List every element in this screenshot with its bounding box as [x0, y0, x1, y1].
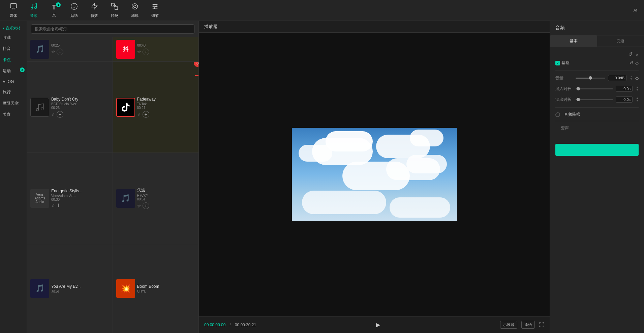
- fav-btn-3[interactable]: ☆: [51, 203, 55, 208]
- right-panel-title: 音频: [555, 25, 565, 30]
- volume-value-input[interactable]: [608, 75, 626, 81]
- total-time: 00:00:20:21: [235, 323, 256, 327]
- music-item-2[interactable]: Fadeaway TikTok 00:21 ☆ + 3: [113, 62, 199, 153]
- toolbar-sticker[interactable]: 贴纸: [64, 1, 84, 20]
- reset-btn[interactable]: ⬦: [635, 51, 639, 57]
- fadeout-value-input[interactable]: [616, 96, 633, 103]
- apply-section: [550, 141, 644, 159]
- tab-basic[interactable]: 基本: [550, 35, 597, 47]
- sidebar-item-sport[interactable]: 运动 2: [0, 65, 27, 77]
- toolbar-transition-label: 转场: [111, 13, 118, 18]
- right-panel: 音频 基本 变速 ↺ ⬦ ✓ 基础 ↺ ◇ 音: [550, 21, 644, 333]
- add-btn-douyin[interactable]: +: [143, 49, 149, 55]
- player-header: 播放器: [199, 21, 550, 33]
- music-item-5[interactable]: 🎵 You Are My Ev... Jiaye: [27, 244, 113, 333]
- add-btn-2[interactable]: +: [143, 111, 149, 118]
- music-item-douyin[interactable]: 抖 00:43 ☆ +: [113, 37, 198, 62]
- fav-btn-prev1[interactable]: ☆: [51, 49, 55, 55]
- svg-point-14: [153, 4, 155, 5]
- tab-speed[interactable]: 变速: [597, 35, 644, 47]
- toolbar-effects[interactable]: 特效: [84, 1, 104, 20]
- toolbar-text-label: 文: [52, 12, 56, 18]
- music-thumb-5: 🎵: [30, 279, 49, 298]
- fadeout-slider-track[interactable]: [576, 99, 613, 100]
- volume-slider-track[interactable]: [576, 78, 605, 79]
- toolbar-filter[interactable]: 滤镜: [125, 1, 145, 20]
- volume-slider-fill: [576, 78, 590, 79]
- fav-btn-1[interactable]: ☆: [51, 111, 55, 118]
- fullscreen-btn[interactable]: ⛶: [539, 322, 544, 328]
- search-input[interactable]: [31, 24, 194, 34]
- play-button[interactable]: ▶: [373, 320, 383, 330]
- dl-btn-3[interactable]: ⬇: [57, 203, 60, 208]
- waveform-btn[interactable]: 示波器: [500, 321, 517, 329]
- volume-control: ▲ ▼ ◇: [576, 75, 639, 81]
- fadeout-label: 淡出时长: [555, 97, 576, 103]
- text-badge: 1: [56, 2, 61, 7]
- add-btn-1[interactable]: +: [57, 111, 63, 118]
- player-area: 播放器 00:00:00.00 / 00:00:20:21: [199, 21, 550, 333]
- music-item-6[interactable]: 💥 Boom Boom CHYL: [113, 244, 199, 333]
- fadeout-down-btn[interactable]: ▼: [636, 100, 639, 102]
- music-info-douyin: 00:43 ☆ +: [135, 44, 195, 55]
- music-item-1[interactable]: Baby Don't Cry BCD Studio 9ver 00:26 ☆ +: [27, 62, 113, 153]
- sidebar-item-card[interactable]: 卡点: [0, 54, 27, 65]
- sidebar-item-douyin[interactable]: 抖音: [0, 43, 27, 54]
- basic-reset-btn[interactable]: ◇: [635, 60, 639, 65]
- sidebar-item-travel[interactable]: 旅行: [0, 87, 27, 98]
- toolbar-media[interactable]: 媒体: [3, 1, 24, 20]
- basic-undo-btn[interactable]: ↺: [630, 60, 633, 65]
- content-panel: 🎵 00:25 ☆ + 抖 00:43 ☆ +: [27, 21, 199, 333]
- toolbar-text[interactable]: T 文 1: [44, 1, 64, 20]
- music-thumb-4: 🎵: [116, 189, 135, 208]
- sidebar-item-vlog[interactable]: VLOG: [0, 77, 27, 87]
- add-btn-4[interactable]: +: [143, 202, 149, 209]
- fadein-slider-thumb[interactable]: [577, 87, 580, 90]
- svg-rect-0: [10, 3, 17, 8]
- basic-checkbox[interactable]: ✓: [555, 61, 560, 65]
- fadein-control: ▲ ▼: [576, 86, 639, 92]
- add-btn-prev1[interactable]: +: [57, 49, 63, 55]
- sidebar-item-city[interactable]: 摩登天空: [0, 98, 27, 109]
- music-item-3[interactable]: Vens Adams Audio Energetic Stylis... Ven…: [27, 153, 113, 245]
- arrow3-indicator: [192, 69, 198, 82]
- fav-btn-douyin[interactable]: ☆: [137, 49, 141, 55]
- volume-reset-btn[interactable]: ◇: [635, 76, 639, 81]
- noise-row: 音频降噪: [555, 112, 639, 117]
- original-btn[interactable]: 原始: [521, 321, 535, 329]
- volume-row: 音量 ▲ ▼ ◇: [555, 75, 639, 81]
- svg-point-17: [36, 108, 39, 111]
- undo-btn[interactable]: ↺: [628, 51, 633, 57]
- music-thumb-douyin: 抖: [116, 40, 135, 59]
- sidebar-item-favorites[interactable]: 收藏: [0, 32, 27, 43]
- music-thumb-6: 💥: [116, 279, 135, 298]
- fadein-value-input[interactable]: [616, 86, 633, 92]
- fav-btn-4[interactable]: ☆: [137, 202, 141, 209]
- fadein-down-btn[interactable]: ▼: [636, 89, 639, 91]
- music-item-prev1[interactable]: 🎵 00:25 ☆ +: [27, 37, 113, 62]
- volume-slider-thumb[interactable]: [589, 76, 592, 80]
- time-separator: /: [229, 323, 231, 327]
- fadeout-row: 淡出时长 ▲ ▼: [555, 96, 639, 103]
- noise-checkbox[interactable]: [555, 112, 560, 117]
- music-info-4: 失波 R7CKY 00:51 ☆ +: [135, 187, 195, 209]
- fadeout-slider-thumb[interactable]: [577, 98, 580, 101]
- music-item-4[interactable]: 🎵 失波 R7CKY 00:51 ☆ +: [113, 153, 199, 245]
- volume-label: 音量: [555, 75, 576, 81]
- fadein-slider-track[interactable]: [576, 88, 613, 89]
- toolbar-audio[interactable]: 音频: [24, 1, 44, 20]
- toolbar-adjust[interactable]: 调节: [145, 1, 165, 20]
- music-info-5: You Are My Ev... Jiaye: [49, 284, 109, 293]
- sidebar-section-header: 音乐素材: [0, 24, 27, 32]
- toolbar-filter-label: 滤镜: [131, 13, 139, 18]
- volume-down-btn[interactable]: ▼: [630, 78, 633, 81]
- basic-section-label: 基础: [561, 60, 570, 66]
- fav-btn-2[interactable]: ☆: [137, 111, 141, 118]
- fadein-row: 淡入时长 ▲ ▼: [555, 86, 639, 92]
- fadein-spinners: ▲ ▼: [636, 86, 639, 91]
- music-info-3: Energetic Stylis... VensAdamsAu... 00:30…: [49, 189, 109, 208]
- toolbar-transition[interactable]: 转场: [104, 1, 125, 20]
- sidebar-item-food[interactable]: 美食: [0, 109, 27, 120]
- music-thumb-2: [116, 98, 135, 117]
- apply-btn-area[interactable]: [555, 144, 639, 156]
